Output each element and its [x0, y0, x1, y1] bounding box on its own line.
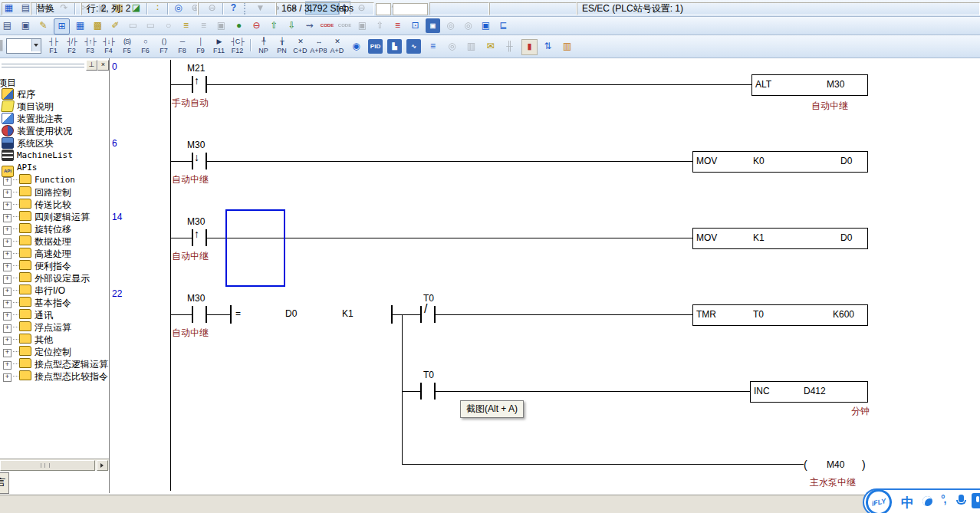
fkey-coil[interactable]: ○F6 — [136, 37, 154, 58]
window-copy-icon[interactable]: ⊡ — [408, 18, 423, 33]
tree-hscrollbar[interactable] — [0, 459, 109, 470]
comment-down-icon[interactable]: ▭ — [143, 18, 158, 33]
dropdown-arrow-icon[interactable] — [31, 39, 41, 51]
columns-icon[interactable]: ▥ — [464, 39, 478, 54]
pid-icon[interactable]: PID — [368, 39, 383, 54]
columns-orange-icon[interactable]: ▥ — [560, 39, 574, 54]
network-monitor-icon[interactable]: ▣ — [478, 18, 493, 33]
tree-item-loop-control[interactable]: +回路控制 — [0, 186, 109, 199]
ime-language-button[interactable]: 中 — [901, 494, 914, 511]
workstation-icon[interactable]: ▣ — [18, 18, 33, 33]
expand-icon[interactable]: + — [3, 312, 12, 321]
fkey-out-coil[interactable]: ( )F7 — [155, 37, 173, 58]
tree-item-basic-instructions[interactable]: +基本指令 — [0, 297, 109, 309]
expand-icon[interactable]: + — [3, 324, 12, 333]
tree-item-others[interactable]: +其他 — [0, 334, 109, 346]
marker-pen-icon[interactable]: ✐ — [108, 18, 123, 33]
expand-icon[interactable]: + — [3, 288, 12, 296]
stop-icon[interactable]: ⊖ — [249, 18, 264, 33]
rising-edge-contact-M30[interactable]: ↑ — [194, 229, 199, 239]
falling-edge-contact-M30[interactable]: ↓ — [194, 152, 199, 163]
fkey-nc-contact[interactable]: ┤/├F2 — [63, 37, 81, 58]
tree-item-rotate-shift[interactable]: +旋转位移 — [0, 223, 109, 235]
bulb-icon[interactable]: ○ — [161, 18, 176, 33]
scroll-right-icon[interactable] — [97, 460, 108, 471]
grid-table-icon[interactable]: ▦ — [73, 18, 87, 33]
sort-arrows-icon[interactable]: ⇅ — [541, 39, 555, 54]
tree-item-high-speed[interactable]: +高速处理 — [0, 248, 109, 260]
disk-box-icon[interactable]: ▣ — [214, 18, 229, 33]
tree-item-transfer-compare[interactable]: +传送比较 — [0, 199, 109, 211]
expand-icon[interactable]: + — [3, 275, 12, 284]
punctuation-icon[interactable]: °, — [941, 493, 945, 505]
ladder-view-icon[interactable]: ▤ — [0, 18, 15, 33]
device-combo[interactable] — [6, 38, 41, 54]
find-ip-icon[interactable]: ◎ — [461, 18, 475, 33]
expand-icon[interactable]: + — [3, 238, 12, 247]
fkey-compare[interactable]: ┤C├F12 — [229, 37, 246, 58]
tv-monitor-icon[interactable]: ▣ — [426, 18, 440, 33]
tree-item-communication[interactable]: +通讯 — [0, 309, 109, 321]
project-tree-icon[interactable]: ⊞ — [54, 18, 70, 35]
tree-item-arithmetic-logic[interactable]: +四则逻辑运算 — [0, 211, 109, 223]
tree-item-contact-compare[interactable]: +接点型态比较指令 — [0, 370, 109, 383]
expand-icon[interactable]: + — [3, 202, 12, 210]
fkey-set-coil[interactable]: (S)F5 — [118, 37, 136, 58]
target-icon[interactable]: ◎ — [445, 39, 459, 54]
coil-device-M40[interactable]: M40 — [827, 459, 844, 470]
expand-icon[interactable]: + — [3, 226, 12, 235]
find-device-icon[interactable]: ◎ — [443, 18, 458, 33]
expand-icon[interactable]: + — [3, 349, 12, 357]
layers-icon[interactable]: ≡ — [426, 39, 440, 54]
edit-pencil-icon[interactable]: ✎ — [36, 18, 51, 33]
thermometer-icon[interactable]: ▮ — [521, 39, 538, 55]
fkey-ad[interactable]: ✕A+D — [328, 37, 346, 58]
fkey-hline[interactable]: ─F8 — [173, 37, 191, 58]
fkey-np[interactable]: ╀NP — [255, 37, 272, 58]
fkey-vline[interactable]: │F9 — [192, 37, 209, 58]
tree-item-positioning[interactable]: +定位控制 — [0, 346, 109, 358]
ime-toolbar[interactable]: iFLY 中 °, — [863, 488, 980, 513]
panel-gripper[interactable] — [2, 64, 84, 67]
tree-item-system-block[interactable]: 系统区块 — [0, 137, 109, 150]
fkey-ap[interactable]: ↔A+P8 — [310, 37, 327, 58]
expand-icon[interactable]: + — [3, 373, 12, 382]
tree-item-program[interactable]: 程序 — [0, 88, 109, 100]
microphone-icon[interactable] — [956, 495, 966, 508]
expand-icon[interactable]: + — [3, 361, 12, 370]
upload-io-icon[interactable]: ⇧ — [373, 18, 387, 33]
tree-item-device-comment[interactable]: 装置批注表 — [0, 113, 109, 125]
fkey-cd[interactable]: ✕C+D — [291, 37, 309, 58]
docked-tab[interactable]: 言 — [0, 472, 9, 494]
scrollbar-thumb[interactable] — [0, 460, 95, 471]
ladder-tree-icon[interactable]: ≡ — [179, 18, 193, 33]
moon-icon[interactable] — [922, 496, 933, 507]
tree-item-serial-io[interactable]: +串行I/O — [0, 284, 109, 297]
rising-edge-contact-M21[interactable]: ↑ — [194, 75, 199, 86]
tree-item-function[interactable]: +Function — [0, 174, 109, 186]
ladder-monitor-icon[interactable]: ≡ — [196, 18, 211, 33]
code-ladder-icon[interactable]: CODE — [337, 18, 352, 33]
fkey-api[interactable]: ▶F11 — [210, 37, 228, 58]
tree-item-device-usage[interactable]: 装置使用状况 — [0, 125, 109, 137]
envelope-icon[interactable]: ✉ — [483, 39, 498, 54]
expand-icon[interactable]: + — [3, 337, 12, 345]
expand-icon[interactable]: + — [3, 177, 12, 186]
tree-item-contact-logic[interactable]: +接点型态逻辑运算 — [0, 358, 109, 370]
tree-root-project[interactable]: 项目 — [0, 77, 107, 89]
tree-item-external-display[interactable]: +外部设定显示 — [0, 272, 109, 284]
pipe-icon[interactable]: ╫ — [502, 39, 517, 54]
pulse-icon[interactable]: ▙ — [387, 39, 402, 54]
close-panel-button[interactable]: × — [97, 60, 109, 71]
ladder-edit-icon[interactable]: ≡ — [390, 18, 405, 33]
keyboard-icon[interactable] — [972, 493, 980, 508]
tree-item-handy-instructions[interactable]: +便利指令 — [0, 260, 109, 272]
pin-panel-button[interactable]: ⊥ — [86, 60, 97, 71]
tree-item-machinelist[interactable]: MachineList — [0, 150, 109, 162]
expand-icon[interactable]: + — [3, 300, 12, 308]
compare-contact[interactable]: = — [235, 308, 241, 319]
wave-icon[interactable]: ∿ — [406, 39, 421, 54]
expand-icon[interactable]: + — [3, 251, 12, 259]
tree-item-data-processing[interactable]: +数据处理 — [0, 235, 109, 248]
tree-item-project-notes[interactable]: 项目说明 — [0, 100, 109, 113]
